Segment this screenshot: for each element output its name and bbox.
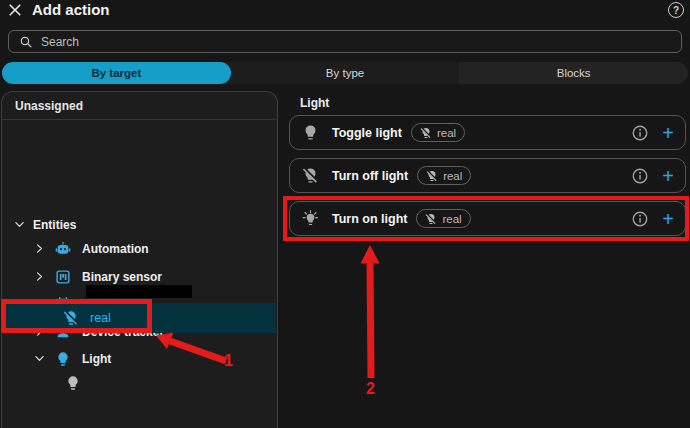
sidebar-item-label: Automation xyxy=(82,242,149,256)
close-icon[interactable] xyxy=(7,2,23,18)
help-icon[interactable]: ? xyxy=(668,2,684,18)
annotation-label-2: 2 xyxy=(366,380,375,398)
dialog-header: Add action ? xyxy=(0,0,690,26)
action-label: Turn off light xyxy=(332,169,408,183)
annotation-arrow-2 xyxy=(361,245,380,378)
sidebar-group-entities[interactable]: Entities xyxy=(2,211,277,238)
action-row-turn-on-light[interactable]: Turn on light real + xyxy=(289,201,686,236)
binary-sensor-icon xyxy=(55,269,71,285)
add-action-button[interactable]: + xyxy=(662,167,674,185)
lightbulb-icon xyxy=(65,375,81,391)
lightbulb-off-icon xyxy=(420,127,432,139)
chip-label: real xyxy=(443,170,462,182)
sidebar-item-label: Light xyxy=(82,352,111,366)
sidebar-child-real-selected[interactable]: real xyxy=(1,303,276,333)
chevron-right-icon xyxy=(33,270,46,283)
sidebar-item-label: Binary sensor xyxy=(82,270,162,284)
sidebar-item-label: real xyxy=(90,311,111,325)
add-action-button[interactable]: + xyxy=(662,124,674,142)
lightbulb-on-icon xyxy=(302,210,319,227)
action-row-toggle-light[interactable]: Toggle light real + xyxy=(289,115,686,150)
sidebar-item-light[interactable]: Light xyxy=(2,345,277,372)
target-sidebar: Unassigned Entities Automation Binary se… xyxy=(1,91,278,428)
action-label: Turn on light xyxy=(332,212,407,226)
action-row-turn-off-light[interactable]: Turn off light real + xyxy=(289,158,686,193)
tab-blocks[interactable]: Blocks xyxy=(459,62,688,84)
sidebar-header: Unassigned xyxy=(2,92,277,120)
search-box[interactable] xyxy=(8,30,682,53)
chip-label: real xyxy=(442,213,461,225)
chevron-down-icon xyxy=(33,352,46,365)
lightbulb-icon xyxy=(302,124,319,141)
sidebar-item-automation[interactable]: Automation xyxy=(2,235,277,262)
target-chip[interactable]: real xyxy=(417,166,471,185)
sidebar-child-redacted-light[interactable] xyxy=(2,369,277,396)
info-icon[interactable] xyxy=(631,167,649,185)
lightbulb-off-icon xyxy=(425,213,437,225)
lightbulb-off-icon xyxy=(426,170,438,182)
tab-by-target[interactable]: By target xyxy=(2,62,231,84)
action-label: Toggle light xyxy=(332,126,402,140)
lightbulb-off-icon xyxy=(302,167,319,184)
info-icon[interactable] xyxy=(631,210,649,228)
lightbulb-icon xyxy=(55,351,71,367)
search-input[interactable] xyxy=(41,35,681,49)
page-title: Add action xyxy=(32,1,110,18)
chip-label: real xyxy=(437,127,456,139)
info-icon[interactable] xyxy=(631,124,649,142)
chevron-down-icon xyxy=(13,218,26,231)
add-action-button[interactable]: + xyxy=(662,210,674,228)
tab-bar: By target By type Blocks xyxy=(2,62,688,84)
target-chip[interactable]: real xyxy=(411,123,465,142)
search-icon xyxy=(19,35,33,49)
lightbulb-off-icon xyxy=(63,310,79,326)
robot-icon xyxy=(55,241,71,257)
chevron-right-icon xyxy=(33,242,46,255)
tab-by-type[interactable]: By type xyxy=(231,62,460,84)
sidebar-group-label: Entities xyxy=(33,218,76,232)
redacted-entity-name xyxy=(86,285,192,298)
section-header: Light xyxy=(300,96,329,110)
target-chip[interactable]: real xyxy=(416,209,470,228)
